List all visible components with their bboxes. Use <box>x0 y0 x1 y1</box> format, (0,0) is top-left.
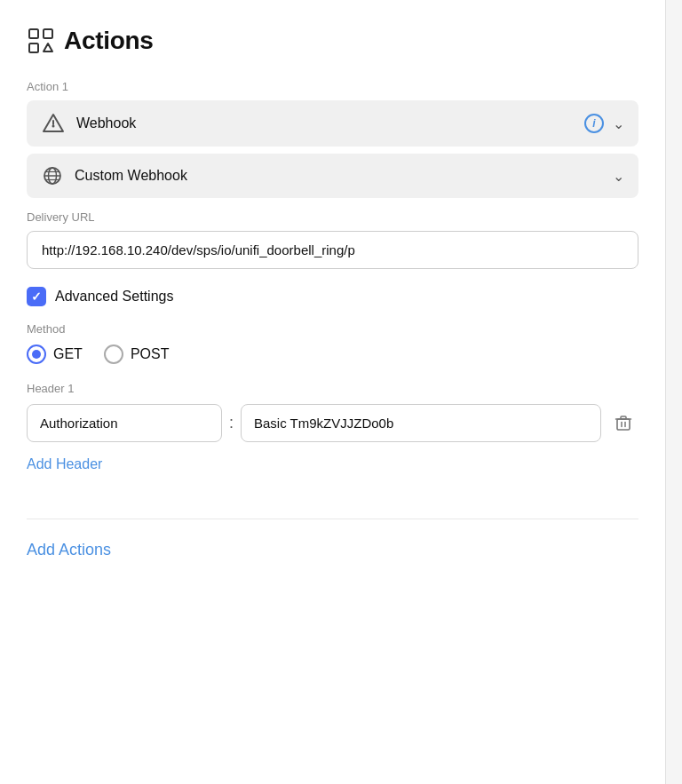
svg-rect-16 <box>621 416 626 419</box>
svg-rect-3 <box>29 44 38 52</box>
webhook-type-dropdown[interactable]: Webhook i ⌄ <box>27 100 638 147</box>
info-icon[interactable]: i <box>584 114 604 133</box>
header1-value-input[interactable] <box>241 404 601 442</box>
svg-rect-0 <box>29 29 38 38</box>
header1-label: Header 1 <box>27 382 638 395</box>
advanced-settings-checkbox[interactable]: ✓ <box>27 287 46 306</box>
webhook-type-actions: i ⌄ <box>584 114 624 133</box>
page-title: Actions <box>64 27 154 55</box>
delivery-url-label: Delivery URL <box>27 210 638 224</box>
page-title-row: Actions <box>27 18 638 55</box>
method-get-option[interactable]: GET <box>27 344 83 364</box>
chevron-down-icon-2: ⌄ <box>613 168 624 185</box>
post-label: POST <box>131 346 170 362</box>
webhook-subtype-dropdown[interactable]: Custom Webhook ⌄ <box>27 154 638 198</box>
header1-row: : <box>27 404 638 442</box>
get-radio-button[interactable] <box>27 344 46 364</box>
post-radio-button[interactable] <box>104 344 123 364</box>
method-post-option[interactable]: POST <box>104 344 170 364</box>
webhook-type-label: Webhook <box>76 115 574 131</box>
method-label: Method <box>27 322 638 336</box>
get-label: GET <box>53 346 83 362</box>
action1-label: Action 1 <box>27 80 638 93</box>
advanced-settings-row[interactable]: ✓ Advanced Settings <box>27 287 638 306</box>
checkmark-icon: ✓ <box>31 289 42 304</box>
chevron-down-icon: ⌄ <box>613 115 624 132</box>
webhook-subtype-label: Custom Webhook <box>75 168 602 184</box>
method-radio-group: GET POST <box>27 344 638 364</box>
header1-key-input[interactable] <box>27 404 222 442</box>
svg-rect-12 <box>617 419 630 430</box>
globe-icon <box>41 164 64 187</box>
get-radio-inner <box>32 350 41 359</box>
svg-marker-2 <box>44 44 52 51</box>
add-header-link[interactable]: Add Header <box>27 456 102 472</box>
webhook-triangle-icon <box>41 111 66 136</box>
add-actions-link[interactable]: Add Actions <box>27 541 111 559</box>
advanced-settings-label: Advanced Settings <box>55 289 173 305</box>
header-colon-separator: : <box>229 414 234 432</box>
delivery-url-input[interactable] <box>27 231 638 269</box>
svg-rect-1 <box>44 29 52 38</box>
grid-icon <box>27 27 55 55</box>
delete-header-button[interactable] <box>608 408 638 439</box>
section-divider <box>27 519 638 519</box>
